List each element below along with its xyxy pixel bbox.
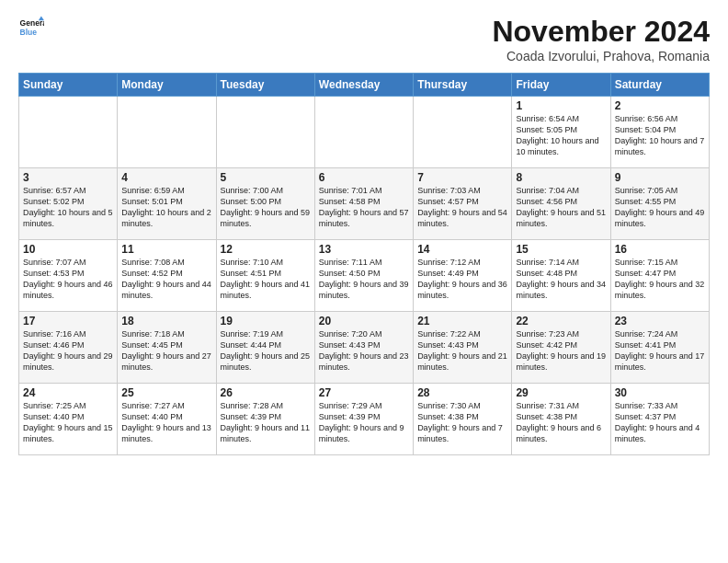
day-info: Sunrise: 7:10 AM Sunset: 4:51 PM Dayligh…	[221, 257, 311, 302]
day-number: 5	[221, 171, 311, 184]
day-number: 21	[417, 315, 507, 327]
calendar-cell	[118, 97, 216, 168]
day-number: 2	[615, 99, 705, 112]
day-info: Sunrise: 7:08 AM Sunset: 4:52 PM Dayligh…	[121, 257, 211, 302]
day-info: Sunrise: 7:23 AM Sunset: 4:42 PM Dayligh…	[516, 328, 606, 373]
day-info: Sunrise: 7:22 AM Sunset: 4:43 PM Dayligh…	[417, 328, 507, 373]
day-number: 14	[417, 243, 507, 256]
calendar-cell: 26Sunrise: 7:28 AM Sunset: 4:39 PM Dayli…	[216, 384, 314, 455]
calendar-cell: 3Sunrise: 6:57 AM Sunset: 5:02 PM Daylig…	[19, 168, 118, 240]
day-number: 7	[417, 171, 507, 184]
week-row-5: 24Sunrise: 7:25 AM Sunset: 4:40 PM Dayli…	[19, 384, 710, 455]
header-saturday: Saturday	[610, 74, 709, 97]
day-number: 13	[319, 243, 409, 256]
day-info: Sunrise: 7:29 AM Sunset: 4:39 PM Dayligh…	[319, 400, 409, 445]
location: Coada Izvorului, Prahova, Romania	[492, 49, 710, 63]
header: General Blue November 2024 Coada Izvorul…	[18, 15, 710, 63]
day-info: Sunrise: 6:57 AM Sunset: 5:02 PM Dayligh…	[23, 185, 113, 230]
page: General Blue November 2024 Coada Izvorul…	[0, 0, 728, 563]
calendar-cell: 6Sunrise: 7:01 AM Sunset: 4:58 PM Daylig…	[314, 168, 413, 240]
day-number: 23	[615, 315, 705, 327]
calendar-cell: 25Sunrise: 7:27 AM Sunset: 4:40 PM Dayli…	[118, 384, 216, 455]
day-number: 29	[516, 386, 606, 399]
calendar-cell: 4Sunrise: 6:59 AM Sunset: 5:01 PM Daylig…	[118, 168, 216, 240]
day-number: 17	[23, 315, 113, 327]
day-info: Sunrise: 7:01 AM Sunset: 4:58 PM Dayligh…	[319, 185, 409, 230]
header-monday: Monday	[118, 74, 216, 97]
calendar-cell: 10Sunrise: 7:07 AM Sunset: 4:53 PM Dayli…	[19, 240, 118, 312]
header-sunday: Sunday	[19, 74, 118, 97]
day-info: Sunrise: 7:00 AM Sunset: 5:00 PM Dayligh…	[221, 185, 311, 230]
day-number: 16	[615, 243, 705, 256]
header-thursday: Thursday	[414, 74, 512, 97]
day-info: Sunrise: 7:03 AM Sunset: 4:57 PM Dayligh…	[417, 185, 507, 230]
day-info: Sunrise: 7:05 AM Sunset: 4:55 PM Dayligh…	[615, 185, 705, 230]
day-number: 12	[221, 243, 311, 256]
day-info: Sunrise: 7:14 AM Sunset: 4:48 PM Dayligh…	[516, 257, 606, 302]
day-number: 22	[516, 315, 606, 327]
day-info: Sunrise: 7:07 AM Sunset: 4:53 PM Dayligh…	[23, 257, 113, 302]
header-tuesday: Tuesday	[216, 74, 314, 97]
day-number: 26	[221, 386, 311, 399]
svg-text:Blue: Blue	[20, 28, 38, 37]
day-number: 4	[121, 171, 211, 184]
day-number: 3	[23, 171, 113, 184]
day-info: Sunrise: 7:33 AM Sunset: 4:37 PM Dayligh…	[615, 400, 705, 445]
calendar-cell: 21Sunrise: 7:22 AM Sunset: 4:43 PM Dayli…	[414, 312, 512, 384]
calendar-cell: 27Sunrise: 7:29 AM Sunset: 4:39 PM Dayli…	[314, 384, 413, 455]
header-friday: Friday	[512, 74, 610, 97]
day-number: 28	[417, 386, 507, 399]
day-number: 20	[319, 315, 409, 327]
calendar-cell: 5Sunrise: 7:00 AM Sunset: 5:00 PM Daylig…	[216, 168, 314, 240]
calendar-cell: 8Sunrise: 7:04 AM Sunset: 4:56 PM Daylig…	[512, 168, 610, 240]
day-info: Sunrise: 7:31 AM Sunset: 4:38 PM Dayligh…	[516, 400, 606, 445]
logo-icon: General Blue	[18, 15, 44, 40]
day-info: Sunrise: 6:54 AM Sunset: 5:05 PM Dayligh…	[516, 113, 606, 158]
calendar-cell: 1Sunrise: 6:54 AM Sunset: 5:05 PM Daylig…	[512, 97, 610, 168]
day-number: 30	[615, 386, 705, 399]
day-info: Sunrise: 7:11 AM Sunset: 4:50 PM Dayligh…	[319, 257, 409, 302]
day-info: Sunrise: 7:30 AM Sunset: 4:38 PM Dayligh…	[417, 400, 507, 445]
calendar-cell: 29Sunrise: 7:31 AM Sunset: 4:38 PM Dayli…	[512, 384, 610, 455]
day-info: Sunrise: 7:20 AM Sunset: 4:43 PM Dayligh…	[319, 328, 409, 373]
header-wednesday: Wednesday	[314, 74, 413, 97]
week-row-2: 3Sunrise: 6:57 AM Sunset: 5:02 PM Daylig…	[19, 168, 710, 240]
day-number: 6	[319, 171, 409, 184]
calendar-cell: 7Sunrise: 7:03 AM Sunset: 4:57 PM Daylig…	[414, 168, 512, 240]
week-row-3: 10Sunrise: 7:07 AM Sunset: 4:53 PM Dayli…	[19, 240, 710, 312]
calendar-cell: 13Sunrise: 7:11 AM Sunset: 4:50 PM Dayli…	[314, 240, 413, 312]
logo: General Blue	[18, 15, 44, 40]
calendar-cell: 23Sunrise: 7:24 AM Sunset: 4:41 PM Dayli…	[610, 312, 709, 384]
calendar-cell: 16Sunrise: 7:15 AM Sunset: 4:47 PM Dayli…	[610, 240, 709, 312]
day-number: 11	[121, 243, 211, 256]
day-info: Sunrise: 7:27 AM Sunset: 4:40 PM Dayligh…	[121, 400, 211, 445]
calendar-cell: 22Sunrise: 7:23 AM Sunset: 4:42 PM Dayli…	[512, 312, 610, 384]
calendar-cell: 15Sunrise: 7:14 AM Sunset: 4:48 PM Dayli…	[512, 240, 610, 312]
day-number: 19	[221, 315, 311, 327]
day-number: 24	[23, 386, 113, 399]
day-info: Sunrise: 7:19 AM Sunset: 4:44 PM Dayligh…	[221, 328, 311, 373]
calendar-cell	[314, 97, 413, 168]
week-row-1: 1Sunrise: 6:54 AM Sunset: 5:05 PM Daylig…	[19, 97, 710, 168]
calendar-cell: 30Sunrise: 7:33 AM Sunset: 4:37 PM Dayli…	[610, 384, 709, 455]
calendar-cell: 20Sunrise: 7:20 AM Sunset: 4:43 PM Dayli…	[314, 312, 413, 384]
title-block: November 2024 Coada Izvorului, Prahova, …	[492, 15, 710, 63]
calendar-cell: 9Sunrise: 7:05 AM Sunset: 4:55 PM Daylig…	[610, 168, 709, 240]
day-info: Sunrise: 7:15 AM Sunset: 4:47 PM Dayligh…	[615, 257, 705, 302]
calendar-cell: 17Sunrise: 7:16 AM Sunset: 4:46 PM Dayli…	[19, 312, 118, 384]
day-number: 9	[615, 171, 705, 184]
day-number: 10	[23, 243, 113, 256]
calendar-table: SundayMondayTuesdayWednesdayThursdayFrid…	[18, 73, 710, 455]
calendar-cell: 18Sunrise: 7:18 AM Sunset: 4:45 PM Dayli…	[118, 312, 216, 384]
day-info: Sunrise: 7:04 AM Sunset: 4:56 PM Dayligh…	[516, 185, 606, 230]
calendar-cell: 28Sunrise: 7:30 AM Sunset: 4:38 PM Dayli…	[414, 384, 512, 455]
calendar-cell	[414, 97, 512, 168]
calendar-cell: 19Sunrise: 7:19 AM Sunset: 4:44 PM Dayli…	[216, 312, 314, 384]
calendar-cell	[216, 97, 314, 168]
day-number: 27	[319, 386, 409, 399]
day-info: Sunrise: 7:12 AM Sunset: 4:49 PM Dayligh…	[417, 257, 507, 302]
day-number: 8	[516, 171, 606, 184]
day-info: Sunrise: 6:59 AM Sunset: 5:01 PM Dayligh…	[121, 185, 211, 230]
day-info: Sunrise: 7:25 AM Sunset: 4:40 PM Dayligh…	[23, 400, 113, 445]
calendar-cell: 12Sunrise: 7:10 AM Sunset: 4:51 PM Dayli…	[216, 240, 314, 312]
